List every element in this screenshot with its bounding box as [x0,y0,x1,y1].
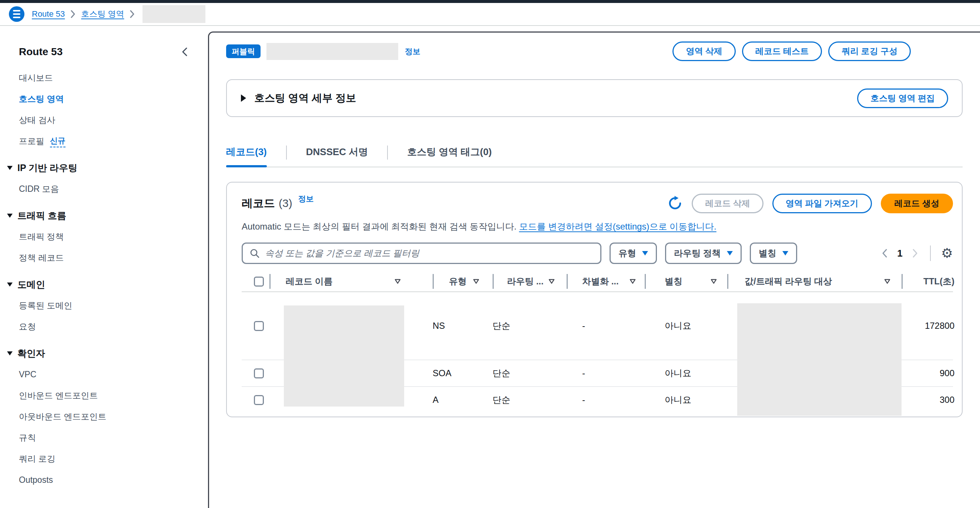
breadcrumb-bar: Route 53 호스팅 영역 [0,3,980,26]
sort-icon[interactable] [884,279,891,284]
routing-policy-filter-dropdown[interactable]: 라우팅 정책 [665,242,742,264]
current-page[interactable]: 1 [897,248,902,259]
column-header-ttl[interactable]: TTL(초) [902,274,955,289]
configure-query-logging-button[interactable]: 쿼리 로깅 구성 [828,41,911,61]
record-type-cell: A [433,395,493,405]
differentiator-cell: - [566,395,645,405]
settings-link[interactable]: 모드를 변경하려면 설정(settings)으로 이동합니다. [519,221,716,231]
ttl-cell: 300 [902,395,955,405]
sidebar-item-requests[interactable]: 요청 [0,316,208,337]
tab-hosted-zone-tags[interactable]: 호스팅 영역 태그(0) [407,145,492,167]
records-title: 레코드 [242,196,275,211]
sidebar-item-outposts[interactable]: Outposts [0,470,208,490]
sidebar-section-label: 도메인 [18,279,45,291]
chevron-right-icon [70,10,75,18]
alias-filter-dropdown[interactable]: 별칭 [750,242,797,264]
sidebar-item-profiles[interactable]: 프로필 신규 [0,131,208,152]
sidebar-section-label: 트래픽 흐름 [18,210,66,222]
column-header-value[interactable]: 값/트래픽 라우팅 대상 [727,274,902,289]
caret-down-icon [7,166,13,170]
ttl-cell: 900 [902,368,955,378]
next-page-icon[interactable] [912,248,918,258]
sidebar-item-health-checks[interactable]: 상태 검사 [0,110,208,131]
row-checkbox[interactable] [254,395,264,405]
record-filter-input[interactable] [265,248,593,258]
sidebar-title: Route 53 [19,46,62,58]
sidebar-item-traffic-policies[interactable]: 트래픽 정책 [0,226,208,247]
differentiator-cell: - [566,321,645,331]
caret-down-icon [783,251,788,255]
column-header-type[interactable]: 유형 [433,274,493,289]
sort-icon[interactable] [549,279,555,284]
sidebar-section-label: 확인자 [18,347,45,360]
tab-records[interactable]: 레코드(3) [226,145,267,167]
breadcrumb-route53[interactable]: Route 53 [32,9,65,19]
sidebar-collapse-icon[interactable] [181,47,189,57]
sort-icon[interactable] [473,279,479,284]
sidebar-item-cidr-collections[interactable]: CIDR 모음 [0,178,208,199]
test-records-button[interactable]: 레코드 테스트 [742,41,822,61]
sort-icon[interactable] [395,279,401,284]
record-names-redacted [284,306,404,406]
sidebar-section-ip-routing[interactable]: IP 기반 라우팅 [0,158,208,178]
column-header-alias[interactable]: 별칭 [645,274,727,289]
breadcrumb-zone-name-redacted [143,5,205,23]
sidebar-item-rules[interactable]: 규칙 [0,427,208,448]
sidebar-section-resolver[interactable]: 확인자 [0,343,208,364]
chevron-right-icon [129,10,135,18]
zone-info-link[interactable]: 정보 [405,46,420,57]
type-filter-dropdown[interactable]: 유형 [609,242,657,264]
sidebar-item-query-logging[interactable]: 쿼리 로깅 [0,448,208,470]
sort-icon[interactable] [711,279,717,284]
expand-right-icon[interactable] [240,94,246,102]
sidebar-section-domains[interactable]: 도메인 [0,274,208,295]
row-checkbox[interactable] [254,368,264,378]
row-checkbox[interactable] [254,321,264,331]
column-label: 라우팅 ... [507,275,544,287]
sidebar-item-inbound-endpoints[interactable]: 인바운드 엔드포인트 [0,385,208,406]
select-all-checkbox[interactable] [254,277,264,287]
caret-down-icon [7,351,13,355]
zone-name-redacted [266,43,398,60]
tab-dnssec-signing[interactable]: DNSSEC 서명 [306,145,368,167]
sidebar: Route 53 대시보드 호스팅 영역 상태 검사 프로필 신규 IP 기반 … [0,26,208,508]
table-header-row: 레코드 이름 유형 라우팅 ... [242,271,953,292]
new-badge[interactable]: 신규 [50,135,65,147]
records-header: 레코드 (3) 정보 레코드 삭제 영역 파일 가져오기 레코드 생성 [242,192,953,214]
caret-down-icon [7,282,13,287]
sidebar-item-hosted-zones[interactable]: 호스팅 영역 [0,89,208,110]
records-count: (3) [279,197,293,210]
column-header-routing[interactable]: 라우팅 ... [493,274,566,289]
record-type-cell: NS [433,321,493,331]
sidebar-item-vpc[interactable]: VPC [0,364,208,385]
sidebar-item-policy-records[interactable]: 정책 레코드 [0,247,208,268]
records-info-link[interactable]: 정보 [298,194,314,204]
alias-cell: 아니요 [645,320,727,332]
sidebar-item-outbound-endpoints[interactable]: 아웃바운드 엔드포인트 [0,406,208,427]
caret-down-icon [7,213,13,218]
refresh-button[interactable] [667,196,683,211]
import-zone-file-button[interactable]: 영역 파일 가져오기 [772,194,872,213]
ttl-cell: 172800 [902,321,955,331]
create-record-button[interactable]: 레코드 생성 [881,194,953,213]
tabs: 레코드(3) DNSSEC 서명 호스팅 영역 태그(0) [226,145,963,167]
column-header-record-name[interactable]: 레코드 이름 [269,274,433,289]
delete-zone-button[interactable]: 영역 삭제 [673,41,735,61]
menu-icon[interactable] [9,6,24,22]
sort-icon[interactable] [630,279,636,284]
alias-cell: 아니요 [645,367,727,379]
sidebar-section-traffic-flow[interactable]: 트래픽 흐름 [0,205,208,226]
column-header-differentiator[interactable]: 차별화 ... [566,274,645,289]
edit-hosted-zone-button[interactable]: 호스팅 영역 편집 [857,89,948,108]
breadcrumb-hosted-zones[interactable]: 호스팅 영역 [81,8,124,20]
details-panel-title[interactable]: 호스팅 영역 세부 정보 [254,91,356,105]
table-settings-gear-icon[interactable]: ⚙ [941,247,953,260]
previous-page-icon[interactable] [881,248,888,258]
delete-record-button[interactable]: 레코드 삭제 [692,194,763,213]
top-edge-bar [0,0,980,3]
sidebar-item-dashboard[interactable]: 대시보드 [0,67,208,89]
sidebar-item-registered-domains[interactable]: 등록된 도메인 [0,295,208,316]
alias-cell: 아니요 [645,394,727,406]
dropdown-label: 별칭 [759,247,776,259]
dropdown-label: 유형 [619,247,636,259]
